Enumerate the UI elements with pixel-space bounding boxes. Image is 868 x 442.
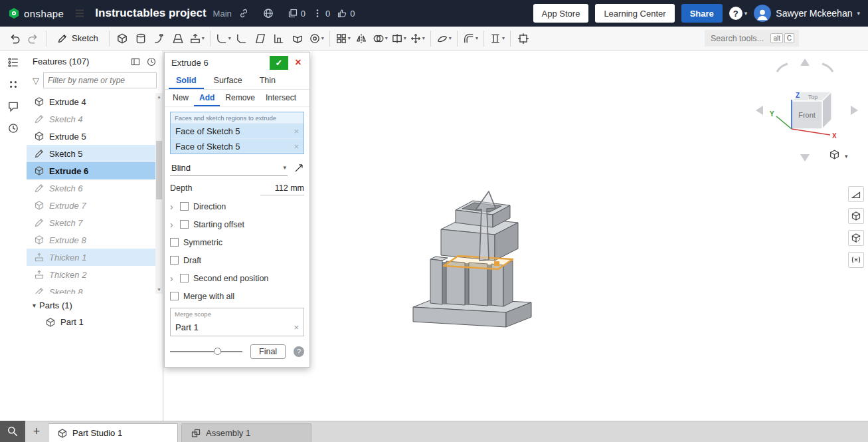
second-end-checkbox[interactable] — [180, 274, 189, 282]
onshape-logo[interactable]: onshape — [8, 7, 64, 19]
mode-intersect[interactable]: Intersect — [260, 90, 302, 106]
flip-direction-icon[interactable] — [294, 163, 304, 173]
rib-icon[interactable] — [270, 29, 288, 49]
accept-button[interactable]: ✓ — [270, 56, 288, 70]
option-starting-offset[interactable]: › Starting offset — [170, 215, 304, 233]
thicken-icon[interactable]: ▾ — [188, 29, 206, 49]
undo-button[interactable] — [5, 29, 23, 49]
transform-icon[interactable]: ▾ — [408, 29, 426, 49]
loft-icon[interactable] — [169, 29, 187, 49]
copies-counter[interactable]: 0 — [288, 8, 305, 19]
app-store-button[interactable]: App Store — [533, 4, 589, 23]
surface-tools-icon[interactable]: ▾ — [435, 29, 453, 49]
cancel-button[interactable]: × — [291, 56, 305, 70]
feature-item-extrude-8[interactable]: Extrude 8 — [27, 231, 163, 249]
filter-input[interactable] — [43, 72, 157, 88]
expand-chevron-icon[interactable]: › — [170, 274, 175, 283]
tab-surface[interactable]: Surface — [207, 72, 250, 89]
rollback-history-icon[interactable] — [146, 56, 157, 67]
selection-item[interactable]: Face of Sketch 5 × — [171, 123, 304, 138]
sweep-icon[interactable] — [151, 29, 169, 49]
linear-pattern-icon[interactable]: ▾ — [334, 29, 352, 49]
section-view-icon[interactable] — [848, 230, 864, 246]
tab-thin[interactable]: Thin — [252, 72, 283, 89]
tab-assembly-1[interactable]: Assembly 1 — [181, 423, 311, 442]
frame-tools-icon[interactable]: ▾ — [488, 29, 506, 49]
help-menu[interactable]: ? ▾ — [729, 7, 748, 20]
hole-icon[interactable]: ▾ — [307, 29, 325, 49]
feature-item-extrude-7[interactable]: Extrude 7 — [27, 197, 163, 214]
learning-center-button[interactable]: Learning Center — [595, 4, 674, 23]
redo-button[interactable] — [24, 29, 42, 49]
share-button[interactable]: Share — [681, 4, 723, 23]
comments-icon[interactable] — [7, 100, 19, 112]
option-direction[interactable]: › Direction — [170, 197, 304, 215]
feature-item-sketch-4[interactable]: Sketch 4 — [27, 110, 163, 128]
configurations-icon[interactable] — [7, 78, 19, 90]
feature-tree-icon[interactable] — [7, 56, 19, 68]
mode-add[interactable]: Add — [194, 90, 220, 106]
preview-slider[interactable] — [170, 351, 242, 352]
option-second-end[interactable]: › Second end position — [170, 269, 304, 287]
sketch-button[interactable]: Sketch — [50, 29, 105, 49]
feature-item-sketch-8[interactable]: Sketch 8 — [27, 283, 163, 294]
remove-merge-scope-icon[interactable]: × — [294, 322, 299, 332]
feature-item-thicken-1[interactable]: Thicken 1 — [27, 249, 163, 266]
selection-item[interactable]: Face of Sketch 5 × — [171, 138, 304, 154]
starting-offset-checkbox[interactable] — [180, 220, 189, 229]
sheet-metal-tools-icon[interactable]: ▾ — [462, 29, 479, 49]
revolve-icon[interactable] — [132, 29, 150, 49]
tab-solid[interactable]: Solid — [169, 72, 204, 89]
merge-all-checkbox[interactable] — [170, 292, 179, 300]
view-options-menu[interactable]: ▾ — [831, 150, 848, 160]
shell-icon[interactable] — [289, 29, 307, 49]
scrollbar-thumb[interactable] — [156, 141, 162, 199]
part-item[interactable]: Part 1 — [27, 314, 163, 330]
crosshair-icon[interactable] — [515, 29, 533, 49]
scroll-up-icon[interactable]: ▲ — [155, 93, 163, 101]
scroll-down-icon[interactable]: ▼ — [155, 286, 163, 294]
draft-icon[interactable] — [252, 29, 270, 49]
add-tab-icon[interactable]: + — [25, 421, 48, 442]
end-condition-select[interactable]: Blind ▾ — [170, 160, 288, 176]
remove-selection-icon[interactable]: × — [294, 126, 299, 136]
remove-selection-icon[interactable]: × — [294, 142, 299, 152]
share-link-icon[interactable] — [238, 8, 249, 19]
dialog-help-icon[interactable]: ? — [294, 346, 304, 357]
select-zoom-icon[interactable] — [0, 421, 25, 442]
merge-scope-item[interactable]: Part 1 × — [171, 319, 304, 336]
parts-visibility-icon[interactable] — [848, 208, 864, 224]
feature-item-extrude-6[interactable]: Extrude 6 — [27, 162, 163, 179]
feature-item-extrude-5[interactable]: Extrude 5 — [27, 128, 163, 145]
user-menu[interactable]: Sawyer Mckeehan ▾ — [754, 5, 860, 22]
selection-box[interactable]: Faces and sketch regions to extrude Face… — [170, 112, 304, 154]
sketch-region-highlight[interactable] — [444, 256, 513, 269]
option-draft[interactable]: Draft — [170, 251, 304, 269]
features-scrollbar[interactable]: ▲ ▼ — [155, 93, 163, 294]
open-panel-icon[interactable] — [130, 56, 141, 67]
depth-input[interactable] — [260, 181, 304, 195]
mirror-icon[interactable] — [353, 29, 371, 49]
direction-checkbox[interactable] — [180, 202, 189, 211]
chamfer-icon[interactable] — [233, 29, 251, 49]
symmetric-checkbox[interactable] — [170, 238, 179, 247]
merge-scope-box[interactable]: Merge scope Part 1 × — [170, 308, 304, 336]
expand-chevron-icon[interactable]: › — [170, 220, 175, 229]
feature-item-thicken-2[interactable]: Thicken 2 — [27, 266, 163, 283]
history-icon[interactable] — [7, 122, 19, 134]
boolean-icon[interactable]: ▾ — [371, 29, 389, 49]
feature-item-extrude-4[interactable]: Extrude 4 — [27, 93, 163, 110]
option-symmetric[interactable]: Symmetric — [170, 233, 304, 251]
feature-item-sketch-6[interactable]: Sketch 6 — [27, 179, 163, 197]
public-globe-icon[interactable] — [262, 7, 274, 19]
feature-item-sketch-7[interactable]: Sketch 7 — [27, 214, 163, 231]
option-merge-all[interactable]: Merge with all — [170, 287, 304, 305]
split-icon[interactable]: ▾ — [390, 29, 408, 49]
feature-item-sketch-5[interactable]: Sketch 5 — [27, 145, 163, 162]
variables-icon[interactable] — [848, 252, 864, 268]
document-menu-icon[interactable] — [70, 3, 88, 23]
final-button[interactable]: Final — [250, 344, 286, 359]
fillet-icon[interactable]: ▾ — [215, 29, 232, 49]
measure-icon[interactable] — [848, 186, 864, 202]
likes-counter[interactable]: 0 — [337, 8, 355, 19]
